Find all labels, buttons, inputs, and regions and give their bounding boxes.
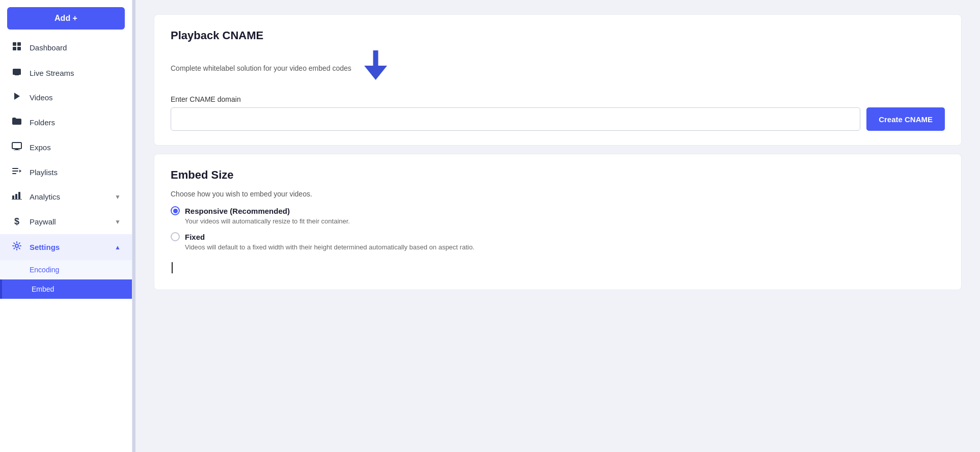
svg-rect-13 [12,195,14,199]
responsive-description: Your videos will automatically resize to… [185,217,945,225]
svg-rect-11 [12,171,18,172]
playlists-icon [11,167,22,177]
svg-rect-3 [17,47,21,50]
paywall-icon: $ [11,216,22,227]
playback-cname-card: Playback CNAME Complete whitelabel solut… [154,14,962,146]
playback-cname-title: Playback CNAME [171,29,945,42]
svg-rect-12 [12,173,16,174]
sidebar-item-label: Videos [30,93,53,102]
dashboard-icon [11,42,22,53]
videos-icon [11,92,22,103]
sidebar-item-settings[interactable]: Settings ▲ [0,234,132,260]
cname-label: Enter CNAME domain [171,95,945,103]
embed-option-fixed[interactable]: Fixed Videos will default to a fixed wid… [171,232,945,251]
sidebar-sub-item-embed[interactable]: Embed [0,279,132,299]
settings-icon [11,241,22,253]
embed-option-responsive[interactable]: Responsive (Recommended) Your videos wil… [171,206,945,225]
expos-icon [11,142,22,153]
down-arrow-icon [362,50,390,86]
embed-size-title: Embed Size [171,168,945,182]
settings-chevron: ▲ [115,244,121,251]
sidebar-item-expos[interactable]: Expos [0,135,132,160]
svg-rect-1 [17,42,21,46]
cname-input-row: Create CNAME [171,107,945,131]
sidebar-item-label: Folders [30,118,55,127]
responsive-radio[interactable] [171,206,180,215]
sidebar-item-label: Expos [30,143,51,152]
svg-rect-10 [12,168,18,169]
create-cname-button[interactable]: Create CNAME [866,107,945,131]
svg-rect-14 [15,194,17,199]
embed-label: Embed [32,285,54,293]
sidebar-item-dashboard[interactable]: Dashboard [0,35,132,61]
sidebar-item-playlists[interactable]: Playlists [0,160,132,184]
sidebar-item-label: Settings [30,243,60,251]
sidebar-sub-item-encoding[interactable]: Encoding [0,260,132,279]
text-cursor [172,262,173,273]
responsive-label-row[interactable]: Responsive (Recommended) [171,206,945,215]
fixed-label-row[interactable]: Fixed [171,232,945,241]
main-content: Playback CNAME Complete whitelabel solut… [135,0,980,452]
fixed-radio[interactable] [171,232,180,241]
sidebar-item-videos[interactable]: Videos [0,85,132,110]
sidebar-item-folders[interactable]: Folders [0,110,132,135]
svg-rect-8 [15,149,18,150]
paywall-chevron: ▼ [115,218,121,225]
analytics-chevron: ▼ [115,193,121,201]
svg-rect-7 [12,143,21,149]
svg-rect-4 [13,69,21,75]
playback-cname-subtitle: Complete whitelabel solution for your vi… [171,64,351,72]
sidebar-item-live-streams[interactable]: Live Streams [0,61,132,85]
sidebar-item-label: Analytics [30,192,60,201]
svg-rect-2 [13,47,16,50]
sidebar-item-label: Paywall [30,217,56,226]
fixed-description: Videos will default to a fixed width wit… [185,243,945,251]
cname-header-row: Complete whitelabel solution for your vi… [171,50,945,86]
fixed-label-text: Fixed [185,233,205,241]
settings-submenu: Encoding Embed [0,260,132,299]
add-button[interactable]: Add + [7,7,125,30]
svg-rect-15 [18,192,20,199]
responsive-label-text: Responsive (Recommended) [185,207,290,215]
svg-rect-5 [15,74,19,75]
analytics-icon [11,191,22,202]
encoding-label: Encoding [30,266,59,274]
svg-rect-0 [13,42,16,46]
sidebar: Add + Dashboard Live Streams [0,0,132,452]
sidebar-item-label: Dashboard [30,43,67,52]
embed-size-options: Responsive (Recommended) Your videos wil… [171,206,945,275]
live-streams-icon [11,68,22,78]
cname-input[interactable] [171,107,860,131]
embed-size-card: Embed Size Choose how you wish to embed … [154,154,962,290]
sidebar-item-analytics[interactable]: Analytics ▼ [0,184,132,209]
sidebar-item-label: Playlists [30,168,58,177]
svg-rect-9 [14,150,20,150]
sidebar-item-label: Live Streams [30,69,74,77]
sidebar-item-paywall[interactable]: $ Paywall ▼ [0,209,132,234]
svg-rect-16 [12,199,22,200]
svg-point-17 [15,244,18,247]
folders-icon [11,117,22,128]
embed-size-subtitle: Choose how you wish to embed your videos… [171,190,945,198]
